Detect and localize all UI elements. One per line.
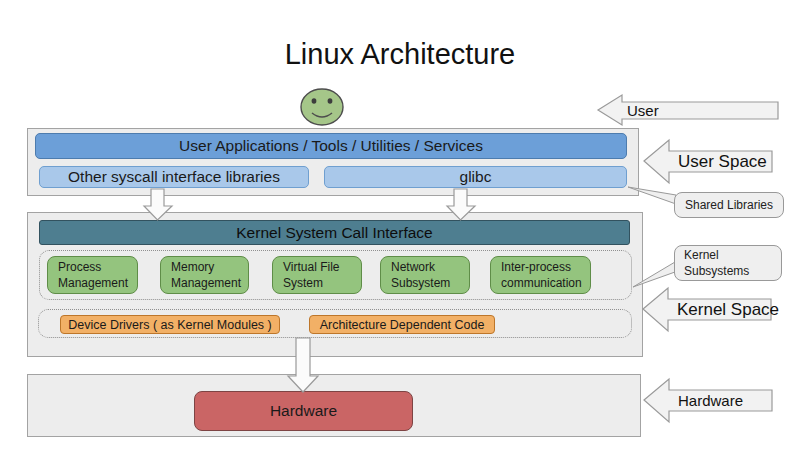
kernel-syscall-interface-bar: Kernel System Call Interface	[39, 220, 630, 245]
hardware-arrow-label: Hardware	[678, 390, 743, 411]
inter-process-communication-box: Inter-process communication	[490, 256, 591, 294]
other-syscall-libraries-box: Other syscall interface libraries	[39, 166, 309, 188]
kernel-space-arrow-label: Kernel Space	[677, 299, 779, 320]
process-management-box: Process Management	[47, 256, 138, 294]
user-arrow-label: User	[627, 101, 659, 120]
glibc-box: glibc	[324, 166, 627, 188]
user-arrow	[598, 95, 778, 125]
memory-management-box: Memory Management	[160, 256, 249, 294]
kernel-subsystems-callout: Kernel Subsystems	[674, 245, 782, 281]
shared-libraries-callout: Shared Libraries	[674, 192, 784, 218]
device-drivers-box: Device Drivers ( as Kernel Modules )	[60, 315, 280, 334]
user-applications-bar: User Applications / Tools / Utilities / …	[35, 133, 627, 159]
architecture-dependent-code-box: Architecture Dependent Code	[309, 315, 495, 334]
page-title: Linux Architecture	[0, 38, 800, 71]
linux-architecture-diagram: Linux Architecture User Applications / T…	[0, 0, 800, 452]
smiley-user-icon	[301, 89, 343, 125]
hardware-box: Hardware	[194, 391, 413, 431]
virtual-file-system-box: Virtual File System	[272, 256, 362, 294]
user-space-arrow-label: User Space	[678, 151, 767, 172]
network-subsystem-box: Network Subsystem	[380, 256, 470, 294]
